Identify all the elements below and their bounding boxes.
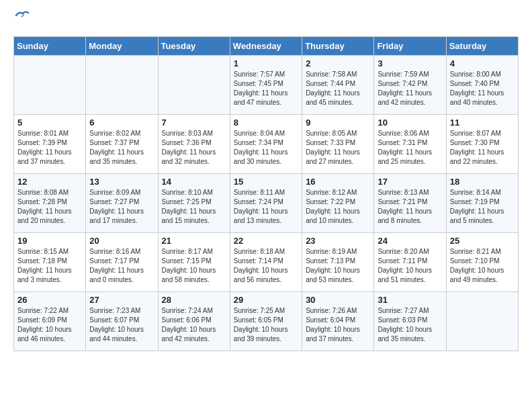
calendar-cell: 8 Sunrise: 8:04 AMSunset: 7:34 PMDayligh… xyxy=(230,115,302,174)
day-number: 6 xyxy=(89,118,154,128)
day-number: 20 xyxy=(89,236,154,246)
logo xyxy=(13,13,30,30)
day-info: Sunrise: 7:24 AMSunset: 6:06 PMDaylight:… xyxy=(162,306,226,344)
day-header-sunday: Sunday xyxy=(14,37,86,56)
day-number: 4 xyxy=(450,58,515,68)
calendar-cell: 14 Sunrise: 8:10 AMSunset: 7:25 PMDaylig… xyxy=(158,174,230,233)
calendar-cell: 26 Sunrise: 7:22 AMSunset: 6:09 PMDaylig… xyxy=(14,292,86,351)
calendar-cell: 18 Sunrise: 8:14 AMSunset: 7:19 PMDaylig… xyxy=(446,174,518,233)
calendar-cell: 1 Sunrise: 7:57 AMSunset: 7:45 PMDayligh… xyxy=(230,56,302,115)
day-number: 23 xyxy=(306,236,370,246)
day-info: Sunrise: 8:19 AMSunset: 7:13 PMDaylight:… xyxy=(306,247,370,285)
calendar-cell: 11 Sunrise: 8:07 AMSunset: 7:30 PMDaylig… xyxy=(446,115,518,174)
calendar-cell: 10 Sunrise: 8:06 AMSunset: 7:31 PMDaylig… xyxy=(374,115,446,174)
day-number: 26 xyxy=(17,295,82,305)
day-info: Sunrise: 8:15 AMSunset: 7:18 PMDaylight:… xyxy=(17,247,82,285)
day-number: 18 xyxy=(450,177,515,187)
calendar-cell: 28 Sunrise: 7:24 AMSunset: 6:06 PMDaylig… xyxy=(158,292,230,351)
day-info: Sunrise: 8:03 AMSunset: 7:36 PMDaylight:… xyxy=(162,129,226,167)
day-info: Sunrise: 8:20 AMSunset: 7:11 PMDaylight:… xyxy=(378,247,442,285)
day-header-thursday: Thursday xyxy=(302,37,374,56)
calendar-week-row: 12 Sunrise: 8:08 AMSunset: 7:28 PMDaylig… xyxy=(14,174,519,233)
day-header-friday: Friday xyxy=(374,37,446,56)
calendar-cell: 9 Sunrise: 8:05 AMSunset: 7:33 PMDayligh… xyxy=(302,115,374,174)
day-info: Sunrise: 8:17 AMSunset: 7:15 PMDaylight:… xyxy=(162,247,226,285)
day-header-saturday: Saturday xyxy=(446,37,518,56)
day-info: Sunrise: 7:59 AMSunset: 7:42 PMDaylight:… xyxy=(378,70,442,107)
day-info: Sunrise: 8:08 AMSunset: 7:28 PMDaylight:… xyxy=(17,188,82,226)
calendar-cell xyxy=(158,56,230,115)
day-number: 2 xyxy=(306,58,370,68)
calendar-cell: 19 Sunrise: 8:15 AMSunset: 7:18 PMDaylig… xyxy=(14,233,86,292)
day-header-wednesday: Wednesday xyxy=(230,37,302,56)
calendar-cell: 6 Sunrise: 8:02 AMSunset: 7:37 PMDayligh… xyxy=(86,115,158,174)
day-info: Sunrise: 8:00 AMSunset: 7:40 PMDaylight:… xyxy=(450,70,515,107)
calendar-cell: 30 Sunrise: 7:26 AMSunset: 6:04 PMDaylig… xyxy=(302,292,374,351)
day-number: 30 xyxy=(306,295,370,305)
calendar-week-row: 1 Sunrise: 7:57 AMSunset: 7:45 PMDayligh… xyxy=(14,56,519,115)
calendar-cell: 20 Sunrise: 8:16 AMSunset: 7:17 PMDaylig… xyxy=(86,233,158,292)
page-header xyxy=(13,13,519,30)
day-number: 12 xyxy=(17,177,82,187)
days-header-row: SundayMondayTuesdayWednesdayThursdayFrid… xyxy=(14,37,519,56)
day-number: 3 xyxy=(378,58,442,68)
day-number: 10 xyxy=(378,118,442,128)
calendar-cell xyxy=(446,292,518,351)
calendar-cell: 7 Sunrise: 8:03 AMSunset: 7:36 PMDayligh… xyxy=(158,115,230,174)
calendar-cell: 31 Sunrise: 7:27 AMSunset: 6:03 PMDaylig… xyxy=(374,292,446,351)
day-info: Sunrise: 7:57 AMSunset: 7:45 PMDaylight:… xyxy=(234,70,298,107)
calendar-cell: 22 Sunrise: 8:18 AMSunset: 7:14 PMDaylig… xyxy=(230,233,302,292)
calendar-cell: 4 Sunrise: 8:00 AMSunset: 7:40 PMDayligh… xyxy=(446,56,518,115)
day-number: 16 xyxy=(306,177,370,187)
calendar-cell: 16 Sunrise: 8:12 AMSunset: 7:22 PMDaylig… xyxy=(302,174,374,233)
day-number: 27 xyxy=(89,295,154,305)
calendar-cell: 27 Sunrise: 7:23 AMSunset: 6:07 PMDaylig… xyxy=(86,292,158,351)
day-info: Sunrise: 8:14 AMSunset: 7:19 PMDaylight:… xyxy=(450,188,515,226)
day-info: Sunrise: 7:25 AMSunset: 6:05 PMDaylight:… xyxy=(234,306,298,344)
day-info: Sunrise: 8:21 AMSunset: 7:10 PMDaylight:… xyxy=(450,247,515,285)
day-info: Sunrise: 8:02 AMSunset: 7:37 PMDaylight:… xyxy=(89,129,154,167)
calendar-week-row: 5 Sunrise: 8:01 AMSunset: 7:39 PMDayligh… xyxy=(14,115,519,174)
day-number: 22 xyxy=(234,236,298,246)
logo-bird-icon xyxy=(15,10,30,21)
day-number: 1 xyxy=(234,58,298,68)
calendar-cell: 13 Sunrise: 8:09 AMSunset: 7:27 PMDaylig… xyxy=(86,174,158,233)
calendar-cell: 24 Sunrise: 8:20 AMSunset: 7:11 PMDaylig… xyxy=(374,233,446,292)
day-number: 13 xyxy=(89,177,154,187)
calendar-cell: 21 Sunrise: 8:17 AMSunset: 7:15 PMDaylig… xyxy=(158,233,230,292)
day-info: Sunrise: 7:22 AMSunset: 6:09 PMDaylight:… xyxy=(17,306,82,344)
day-info: Sunrise: 8:07 AMSunset: 7:30 PMDaylight:… xyxy=(450,129,515,167)
day-number: 24 xyxy=(378,236,442,246)
day-number: 9 xyxy=(306,118,370,128)
day-info: Sunrise: 8:05 AMSunset: 7:33 PMDaylight:… xyxy=(306,129,370,167)
calendar-cell: 15 Sunrise: 8:11 AMSunset: 7:24 PMDaylig… xyxy=(230,174,302,233)
calendar-week-row: 19 Sunrise: 8:15 AMSunset: 7:18 PMDaylig… xyxy=(14,233,519,292)
day-info: Sunrise: 7:23 AMSunset: 6:07 PMDaylight:… xyxy=(89,306,154,344)
day-number: 11 xyxy=(450,118,515,128)
day-info: Sunrise: 7:58 AMSunset: 7:44 PMDaylight:… xyxy=(306,70,370,107)
day-number: 7 xyxy=(162,118,226,128)
day-number: 28 xyxy=(162,295,226,305)
day-info: Sunrise: 8:09 AMSunset: 7:27 PMDaylight:… xyxy=(89,188,154,226)
calendar-table: SundayMondayTuesdayWednesdayThursdayFrid… xyxy=(13,36,519,351)
day-number: 14 xyxy=(162,177,226,187)
day-info: Sunrise: 8:10 AMSunset: 7:25 PMDaylight:… xyxy=(162,188,226,226)
day-number: 25 xyxy=(450,236,515,246)
calendar-cell: 23 Sunrise: 8:19 AMSunset: 7:13 PMDaylig… xyxy=(302,233,374,292)
day-header-monday: Monday xyxy=(86,37,158,56)
day-info: Sunrise: 8:01 AMSunset: 7:39 PMDaylight:… xyxy=(17,129,82,167)
calendar-week-row: 26 Sunrise: 7:22 AMSunset: 6:09 PMDaylig… xyxy=(14,292,519,351)
day-info: Sunrise: 7:27 AMSunset: 6:03 PMDaylight:… xyxy=(378,306,442,344)
calendar-cell: 25 Sunrise: 8:21 AMSunset: 7:10 PMDaylig… xyxy=(446,233,518,292)
day-number: 5 xyxy=(17,118,82,128)
day-info: Sunrise: 8:04 AMSunset: 7:34 PMDaylight:… xyxy=(234,129,298,167)
day-number: 29 xyxy=(234,295,298,305)
day-info: Sunrise: 8:16 AMSunset: 7:17 PMDaylight:… xyxy=(89,247,154,285)
day-number: 17 xyxy=(378,177,442,187)
day-info: Sunrise: 8:11 AMSunset: 7:24 PMDaylight:… xyxy=(234,188,298,226)
day-info: Sunrise: 8:18 AMSunset: 7:14 PMDaylight:… xyxy=(234,247,298,285)
calendar-cell: 3 Sunrise: 7:59 AMSunset: 7:42 PMDayligh… xyxy=(374,56,446,115)
day-info: Sunrise: 8:06 AMSunset: 7:31 PMDaylight:… xyxy=(378,129,442,167)
day-number: 15 xyxy=(234,177,298,187)
day-number: 21 xyxy=(162,236,226,246)
